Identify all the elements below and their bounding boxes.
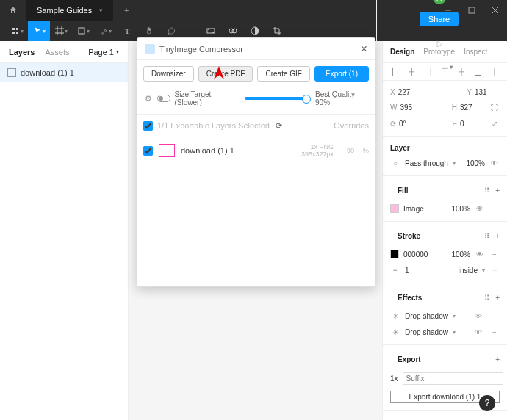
overrides-label[interactable]: Overrides	[334, 121, 369, 130]
section-export-title: Export	[390, 352, 428, 366]
section-stroke-title: Stroke	[390, 229, 428, 243]
frame-tool[interactable]: ▾	[50, 21, 72, 41]
tab-design[interactable]: Design	[390, 48, 414, 56]
fill-swatch[interactable]	[390, 204, 399, 213]
item-qty-b: %	[363, 147, 369, 154]
home-icon[interactable]	[9, 6, 18, 15]
svg-point-14	[208, 29, 209, 30]
remove-effect-icon[interactable]: −	[489, 327, 500, 337]
pen-tool[interactable]: ▾	[94, 21, 116, 41]
align-top-icon[interactable]: ▔	[440, 68, 450, 76]
file-tab-title: Sample Guides	[37, 6, 92, 15]
page-selector[interactable]: Page 1▾	[88, 48, 119, 57]
rotation-field[interactable]	[399, 120, 424, 128]
fill-type[interactable]: Image	[403, 205, 424, 213]
radius-field[interactable]	[460, 120, 485, 128]
frame-icon	[7, 68, 16, 77]
eye-icon[interactable]: 👁	[475, 203, 485, 214]
effect-icon[interactable]: ☀	[390, 327, 400, 337]
effect-1[interactable]: Drop shadow	[405, 312, 448, 320]
close-modal-button[interactable]: ×	[361, 43, 367, 55]
tab-layers[interactable]: Layers	[9, 48, 35, 57]
effect-icon[interactable]: ☀	[390, 311, 400, 321]
distribute-icon[interactable]: ┆	[489, 68, 500, 76]
export-button-modal[interactable]: Export (1)	[314, 66, 369, 82]
svg-rect-12	[79, 28, 84, 34]
share-button[interactable]: Share	[420, 12, 459, 26]
help-button[interactable]: ?	[479, 395, 495, 411]
align-hcenter-icon[interactable]: ┼	[407, 68, 417, 76]
eye-icon[interactable]: 👁	[473, 327, 483, 337]
eye-icon[interactable]: 👁	[489, 158, 500, 168]
file-tab[interactable]: Sample Guides ▾	[26, 0, 113, 21]
downsizer-button[interactable]: Downsizer	[143, 66, 194, 82]
stroke-width[interactable]: 1	[405, 267, 409, 275]
menu-button[interactable]: ▾	[6, 21, 28, 41]
size-target-toggle[interactable]	[157, 95, 170, 102]
add-stroke-icon[interactable]: +	[495, 232, 500, 240]
align-vcenter-icon[interactable]: ┼	[456, 68, 467, 76]
eye-icon[interactable]: 👁	[475, 249, 485, 259]
fill-opacity[interactable]: 100%	[451, 205, 470, 213]
remove-effect-icon[interactable]: −	[489, 311, 500, 321]
modal-title: TinyImage Compressor	[159, 45, 243, 54]
text-tool[interactable]: T	[116, 21, 138, 41]
fill-style-icon[interactable]: ⠿	[484, 187, 489, 195]
move-tool[interactable]: ▾	[28, 21, 50, 41]
stroke-more-icon[interactable]: ⋯	[489, 265, 500, 275]
stroke-position[interactable]: Inside	[458, 267, 478, 275]
stroke-hex[interactable]: 000000	[403, 250, 428, 258]
align-right-icon[interactable]: ▕	[423, 68, 434, 76]
plugin-icon	[145, 44, 155, 54]
new-tab-button[interactable]: +	[118, 1, 135, 19]
layer-name: download (1) 1	[21, 68, 74, 77]
chevron-down-icon: ▾	[99, 7, 103, 14]
shape-tool[interactable]: ▾	[72, 21, 94, 41]
layer-row[interactable]: download (1) 1	[0, 63, 128, 82]
select-all-checkbox[interactable]	[143, 121, 153, 131]
align-bottom-icon[interactable]: ▁	[473, 68, 483, 76]
export-suffix[interactable]	[403, 372, 503, 385]
x-field[interactable]	[398, 88, 423, 96]
create-gif-button[interactable]: Create GIF	[257, 66, 309, 82]
link-dims-icon[interactable]: ⛶	[489, 102, 500, 112]
export-scale[interactable]: 1x	[390, 374, 398, 383]
remove-stroke-icon[interactable]: −	[489, 249, 500, 259]
w-field[interactable]	[400, 104, 425, 112]
add-effect-icon[interactable]: +	[495, 294, 500, 302]
eye-icon[interactable]: 👁	[473, 311, 483, 321]
item-dims: 395x327px	[301, 151, 334, 158]
h-field[interactable]	[460, 104, 485, 112]
layer-opacity[interactable]: 100%	[466, 159, 485, 167]
stroke-style-icon[interactable]: ⠿	[484, 232, 489, 240]
effects-style-icon[interactable]: ⠿	[484, 294, 489, 302]
remove-fill-icon[interactable]: −	[489, 203, 500, 214]
add-export-icon[interactable]: +	[495, 355, 500, 363]
stroke-swatch[interactable]	[390, 250, 399, 258]
section-effects-title: Effects	[390, 291, 429, 305]
svg-point-15	[212, 32, 214, 33]
item-qty-a: 90	[347, 147, 354, 154]
align-left-icon[interactable]: ▏	[390, 68, 400, 76]
svg-rect-5	[16, 28, 18, 30]
stroke-opacity[interactable]: 100%	[451, 250, 470, 258]
settings-icon[interactable]: ⚙	[143, 93, 153, 104]
svg-point-17	[232, 29, 237, 33]
effect-2[interactable]: Drop shadow	[405, 328, 448, 336]
item-format: 1x PNG	[301, 143, 334, 151]
create-pdf-button[interactable]: Create PDF	[198, 66, 254, 82]
item-checkbox[interactable]	[143, 146, 153, 156]
y-field[interactable]	[475, 88, 500, 96]
item-thumbnail	[159, 144, 175, 157]
present-button[interactable]	[428, 34, 450, 54]
size-target-label: Size Target (Slower)	[175, 90, 237, 106]
tab-assets[interactable]: Assets	[45, 48, 69, 57]
quality-slider[interactable]	[245, 97, 308, 100]
blend-mode[interactable]: Pass through	[405, 159, 448, 167]
expand-icon[interactable]: ⤢	[489, 118, 500, 128]
avatar[interactable]: A	[433, 0, 446, 4]
svg-rect-7	[16, 32, 18, 34]
refresh-icon[interactable]: ⟳	[274, 120, 284, 131]
add-fill-icon[interactable]: +	[495, 187, 500, 195]
tab-inspect[interactable]: Inspect	[464, 48, 487, 56]
